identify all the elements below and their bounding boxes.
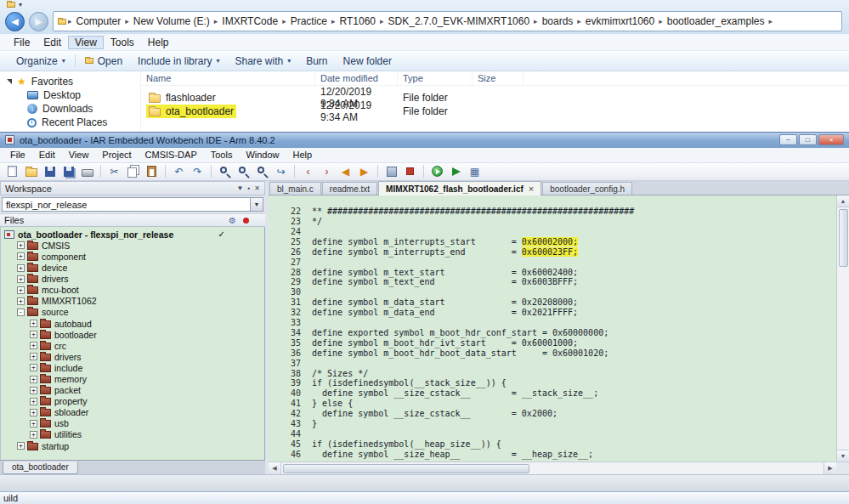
menu-help[interactable]: Help	[141, 36, 176, 49]
tree-item-autobaud[interactable]: +autobaud	[1, 318, 264, 329]
scroll-up-icon[interactable]: ▲	[837, 195, 849, 207]
scroll-left-icon[interactable]: ◀	[269, 462, 281, 474]
scroll-down-icon[interactable]: ▼	[837, 450, 849, 462]
new-document-icon[interactable]	[3, 163, 21, 179]
iar-menu-edit[interactable]: Edit	[32, 148, 62, 161]
breadcrumb[interactable]: ▸ Computer▸New Volume (E:)▸IMXRTCode▸Pra…	[53, 11, 842, 31]
tree-item-memory[interactable]: +memory	[1, 373, 264, 384]
bookmark-next-icon[interactable]: ›	[318, 163, 336, 179]
minimize-button[interactable]: −	[779, 134, 797, 145]
menu-file[interactable]: File	[7, 36, 37, 49]
tree-item-mimxrt1062[interactable]: +MIMXRT1062	[1, 296, 264, 307]
expander-icon[interactable]: +	[30, 364, 37, 371]
open-icon[interactable]	[22, 163, 40, 179]
pin-icon[interactable]: ▪	[247, 184, 250, 192]
close-button[interactable]: ×	[818, 134, 844, 145]
breadcrumb-segment-bootloader-examples[interactable]: bootloader_examples	[665, 15, 767, 27]
command-open[interactable]: Open	[77, 54, 130, 69]
build-window-label[interactable]: uild	[3, 493, 18, 503]
expander-icon[interactable]: +	[17, 241, 25, 249]
tree-item-drivers[interactable]: +drivers	[1, 351, 264, 362]
tree-item-utilities[interactable]: +utilities	[1, 429, 264, 440]
nav-forward-icon[interactable]: ▶	[355, 163, 373, 179]
expand-triangle-icon[interactable]	[7, 79, 12, 84]
column-header-size[interactable]: Size	[473, 71, 524, 85]
horizontal-scrollbar[interactable]: ◀ ▶	[269, 462, 836, 474]
expander-icon[interactable]: +	[30, 331, 37, 338]
menu-tools[interactable]: Tools	[104, 36, 141, 49]
breadcrumb-segment-boards[interactable]: boards	[540, 15, 576, 27]
expander-icon[interactable]: +	[17, 442, 25, 450]
expander-icon[interactable]: +	[17, 252, 25, 260]
breadcrumb-segment-new-volume-e[interactable]: New Volume (E:)	[131, 15, 212, 27]
save-icon[interactable]	[41, 163, 59, 179]
breadcrumb-segment-rt1060[interactable]: RT1060	[337, 15, 378, 27]
file-row-flashloader[interactable]: flashloader12/20/2019 9:34 AMFile folder	[141, 91, 849, 105]
back-button[interactable]: ◀	[5, 12, 25, 31]
cmsis-grid-icon[interactable]: ▦	[466, 163, 484, 179]
expander-icon[interactable]: +	[17, 297, 25, 305]
cut-icon[interactable]: ✂	[105, 163, 123, 179]
workspace-tab-ota-bootloader[interactable]: ota_bootloader	[3, 462, 78, 474]
tree-item-startup[interactable]: +startup	[1, 440, 264, 451]
configuration-dropdown[interactable]: flexspi_nor_release ▼	[2, 197, 263, 212]
breadcrumb-segment-evkmimxrt1060[interactable]: evkmimxrt1060	[583, 15, 657, 27]
make-icon[interactable]	[382, 163, 400, 179]
undo-icon[interactable]: ↶	[170, 163, 188, 179]
editor-tab-mimxrt1062-flash-bootloader-icf[interactable]: MIMXRT1062_flash_bootloader.icf×	[378, 181, 541, 195]
chevron-down-icon[interactable]: ▼	[250, 198, 263, 211]
save-all-icon[interactable]	[59, 163, 77, 179]
command-share-with[interactable]: Share with▾	[227, 54, 298, 69]
sidebar-item-recent-places[interactable]: Recent Places	[7, 116, 140, 129]
expander-icon[interactable]: +	[17, 264, 25, 272]
tree-item-include[interactable]: +include	[1, 362, 264, 373]
debug-icon[interactable]	[447, 163, 465, 179]
nav-back-icon[interactable]: ◀	[337, 163, 354, 179]
find-next-icon[interactable]	[235, 163, 252, 179]
tree-item-mcu-boot[interactable]: +mcu-boot	[1, 285, 264, 296]
sidebar-item-desktop[interactable]: Desktop	[7, 88, 140, 102]
download-debug-icon[interactable]	[428, 163, 446, 179]
expander-icon[interactable]: +	[17, 275, 25, 283]
tree-item-sbloader[interactable]: +sbloader	[1, 407, 264, 418]
paste-icon[interactable]	[143, 163, 161, 179]
find-icon[interactable]	[216, 163, 234, 179]
maximize-button[interactable]: □	[799, 134, 817, 145]
breadcrumb-segment-computer[interactable]: Computer	[74, 15, 124, 27]
iar-menu-file[interactable]: File	[3, 148, 32, 161]
close-icon[interactable]: ✕	[254, 184, 260, 192]
tree-item-packet[interactable]: +packet	[1, 385, 264, 396]
code-area[interactable]: 22** ###################################…	[269, 195, 836, 462]
column-header-name[interactable]: Name	[141, 71, 315, 85]
command-include-in-library[interactable]: Include in library▾	[130, 54, 227, 69]
column-header-type[interactable]: Type	[398, 71, 473, 85]
tree-item-component[interactable]: +component	[1, 251, 264, 262]
iar-menu-window[interactable]: Window	[239, 148, 286, 161]
tree-item-ota-bootloader-flexspi-nor-release[interactable]: ota_bootloader - flexspi_nor_release✓	[1, 229, 264, 240]
iar-menu-view[interactable]: View	[62, 148, 96, 161]
breadcrumb-segment-practice[interactable]: Practice	[288, 15, 330, 27]
vertical-scrollbar[interactable]: ▲ ▼	[836, 195, 849, 462]
command-organize[interactable]: Organize▾	[8, 54, 73, 69]
expander-icon[interactable]: +	[30, 431, 37, 439]
expander-icon[interactable]: +	[17, 286, 25, 294]
expander-icon[interactable]: +	[30, 398, 37, 405]
menu-view[interactable]: View	[68, 36, 104, 49]
tree-item-crc[interactable]: +crc	[1, 340, 264, 351]
chevron-down-icon[interactable]: ▼	[237, 184, 244, 192]
expander-icon[interactable]: +	[30, 353, 37, 360]
stop-build-icon[interactable]	[401, 163, 419, 179]
iar-menu-tools[interactable]: Tools	[204, 148, 240, 161]
command-new-folder[interactable]: New folder	[336, 54, 399, 69]
expander-icon[interactable]: +	[30, 420, 37, 428]
editor-tab-bl-main-c[interactable]: bl_main.c	[269, 182, 321, 195]
command-burn[interactable]: Burn	[298, 54, 335, 69]
chevron-down-icon[interactable]: ▾	[19, 1, 22, 8]
tree-item-usb[interactable]: +usb	[1, 418, 264, 429]
expander-icon[interactable]: +	[30, 342, 37, 349]
iar-menu-help[interactable]: Help	[286, 148, 320, 161]
redo-icon[interactable]: ↷	[189, 163, 207, 179]
expander-icon[interactable]: +	[30, 376, 37, 383]
print-icon[interactable]	[78, 163, 96, 179]
tree-item-property[interactable]: +property	[1, 396, 264, 407]
